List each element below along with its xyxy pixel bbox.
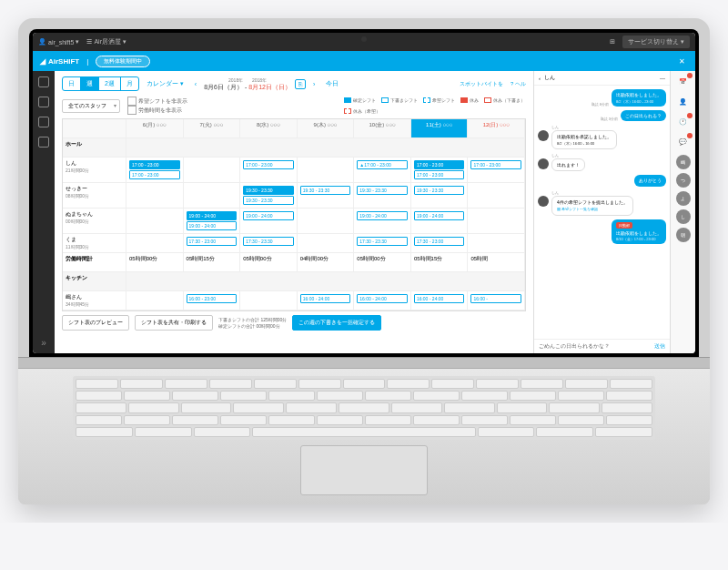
hide-request-checkbox[interactable]: 希望シフトを非表示 — [127, 97, 187, 106]
day-header[interactable]: 9(木) ○○○ — [298, 119, 355, 137]
day-header[interactable]: 11(土) ○○○ — [411, 119, 469, 137]
shift-block[interactable]: 17:30 - 23:00 — [187, 237, 238, 246]
shift-cell[interactable]: 16:00 - 24:00 — [411, 291, 469, 310]
shift-cell[interactable] — [298, 158, 355, 182]
rail-avatar[interactable]: つ — [676, 173, 691, 188]
service-switch[interactable]: サービス切り替え ▾ — [622, 36, 690, 48]
copy-icon[interactable]: ⎘ — [295, 79, 306, 89]
shift-cell[interactable]: 16:00 - 23:00 — [184, 291, 241, 310]
shift-block[interactable]: 17:00 - 23:00 — [470, 160, 521, 169]
shift-block[interactable]: 19:00 - 24:00 — [357, 211, 408, 220]
day-header[interactable]: 8(水) ○○○ — [240, 119, 298, 137]
shift-cell[interactable]: 16:00 - 24:00 — [298, 291, 355, 310]
nav-icon-3[interactable] — [38, 117, 49, 127]
shift-cell[interactable] — [126, 209, 184, 233]
tab-2week[interactable]: 2週 — [99, 77, 121, 90]
staff-name[interactable]: せっきー08時間00分 — [63, 183, 126, 208]
calendar-link[interactable]: カレンダー ▾ — [143, 79, 187, 88]
expand-icon[interactable]: » — [41, 338, 46, 348]
send-button[interactable]: 送信 — [654, 342, 665, 351]
shift-cell[interactable]: 17:00 - 23:0017:00 - 23:00 — [411, 158, 469, 182]
shift-block[interactable]: ▲17:00 - 23:00 — [357, 160, 408, 169]
help-link[interactable]: ? ヘル — [511, 80, 526, 88]
shift-cell[interactable]: 19:00 - 24:00 — [240, 209, 298, 233]
staff-name[interactable]: くま11時間30分 — [63, 234, 126, 252]
shift-block[interactable]: 16:00 - 24:00 — [414, 294, 465, 303]
shift-cell[interactable] — [468, 234, 525, 252]
shift-block[interactable]: 19:00 - 24:00 — [187, 221, 238, 230]
shift-block[interactable]: 19:30 - 23:30 — [414, 186, 465, 195]
staff-select[interactable]: 全てのスタッフ — [62, 99, 120, 113]
shift-block[interactable]: 17:00 - 23:00 — [414, 170, 465, 179]
shift-block[interactable]: 16:00 - 24:00 — [357, 294, 408, 303]
confirm-all-button[interactable]: この週の下書きを一括確定する — [292, 315, 381, 331]
shift-cell[interactable] — [126, 234, 184, 252]
shift-block[interactable]: 17:00 - 23:00 — [129, 160, 180, 169]
grid-icon[interactable]: ⊞ — [610, 38, 615, 46]
shift-block[interactable]: 17:00 - 23:00 — [414, 160, 465, 169]
rail-avatar[interactable]: し — [676, 209, 691, 224]
shift-cell[interactable]: 16:00 - — [468, 291, 525, 310]
hide-hours-checkbox[interactable]: 労働時間を非表示 — [127, 106, 187, 115]
shift-cell[interactable] — [468, 209, 525, 233]
shift-block[interactable]: 16:00 - 23:00 — [187, 294, 238, 303]
tab-day[interactable]: 日 — [63, 77, 81, 90]
shift-cell[interactable]: 19:00 - 24:00 — [354, 209, 411, 233]
shift-cell[interactable] — [240, 291, 298, 310]
nav-icon-2[interactable] — [38, 97, 49, 107]
shift-block[interactable]: 19:30 - 23:30 — [243, 186, 294, 195]
shift-cell[interactable] — [184, 158, 241, 182]
shift-cell[interactable] — [126, 183, 184, 208]
shift-block[interactable]: 19:30 - 23:30 — [300, 186, 351, 195]
shift-block[interactable]: 17:00 - 23:00 — [243, 160, 294, 169]
day-header[interactable]: 7(火) ○○○ — [184, 119, 241, 137]
shift-cell[interactable]: 16:00 - 24:00 — [354, 291, 411, 310]
shift-block[interactable]: 19:30 - 23:30 — [243, 196, 294, 205]
shift-block[interactable]: 17:30 - 23:30 — [243, 237, 294, 246]
shift-cell[interactable]: 19:30 - 23:30 — [354, 183, 411, 208]
shift-cell[interactable]: 17:30 - 23:30 — [354, 234, 411, 252]
rail-chat-icon[interactable]: 💬 — [676, 135, 691, 149]
shift-block[interactable]: 19:30 - 23:30 — [357, 186, 408, 195]
day-header[interactable]: 6(月) ○○○ — [126, 119, 184, 137]
shift-cell[interactable] — [468, 183, 525, 208]
shift-cell[interactable]: 19:30 - 23:3019:30 - 23:30 — [240, 183, 298, 208]
shift-block[interactable]: 19:00 - 24:00 — [414, 211, 465, 220]
shift-cell[interactable] — [298, 209, 355, 233]
rail-avatar[interactable]: 朝 — [676, 228, 691, 242]
shift-block[interactable]: 19:00 - 24:00 — [187, 211, 238, 220]
shift-block[interactable]: 17:30 - 23:00 — [414, 237, 465, 246]
store-menu[interactable]: ☰ Air居酒屋 ▾ — [86, 37, 126, 46]
user-menu[interactable]: 👤 air_shift5 ▾ — [38, 38, 79, 46]
shift-block[interactable]: 19:00 - 24:00 — [243, 211, 294, 220]
rail-avatar[interactable]: よ — [676, 191, 691, 206]
rail-user-icon[interactable]: 👤 — [676, 95, 691, 109]
share-button[interactable]: シフト表を共有・印刷する — [135, 315, 213, 331]
close-icon[interactable]: ✕ — [675, 55, 688, 67]
day-header[interactable]: 10(金) ○○○ — [354, 119, 411, 137]
chat-input[interactable]: ごめんこの日出られるかな？ — [539, 342, 610, 351]
shift-block[interactable]: 17:00 - 23:00 — [129, 170, 180, 179]
next-week[interactable]: › — [309, 81, 318, 87]
shift-block[interactable]: 16:00 - — [470, 294, 521, 303]
shift-cell[interactable]: ▲17:00 - 23:00 — [354, 158, 411, 182]
preview-button[interactable]: シフト表のプレビュー — [62, 315, 129, 331]
nav-icon-1[interactable] — [38, 76, 49, 87]
shift-cell[interactable]: 17:30 - 23:00 — [184, 234, 241, 252]
nav-icon-4[interactable] — [38, 137, 49, 148]
today-button[interactable]: 今日 — [322, 79, 342, 88]
tab-month[interactable]: 月 — [121, 77, 138, 90]
shift-cell[interactable]: 19:00 - 24:00 — [411, 209, 469, 233]
day-header[interactable]: 12(日) ○○○ — [468, 119, 525, 137]
shift-block[interactable]: 16:00 - 24:00 — [300, 294, 351, 303]
shift-cell[interactable]: 19:00 - 24:0019:00 - 24:00 — [184, 209, 241, 233]
shift-cell[interactable] — [298, 234, 355, 252]
chat-back-icon[interactable]: ‹ — [539, 76, 541, 81]
chat-menu-icon[interactable]: ⋯ — [660, 75, 665, 81]
spot-link[interactable]: スポットバイトを — [460, 80, 503, 88]
prev-week[interactable]: ‹ — [191, 81, 200, 87]
staff-name[interactable]: ぬまちゃん00時間00分 — [63, 209, 126, 233]
tab-week[interactable]: 週 — [81, 77, 99, 90]
rail-calendar-icon[interactable]: 📅 — [676, 75, 691, 89]
shift-cell[interactable] — [126, 291, 184, 310]
